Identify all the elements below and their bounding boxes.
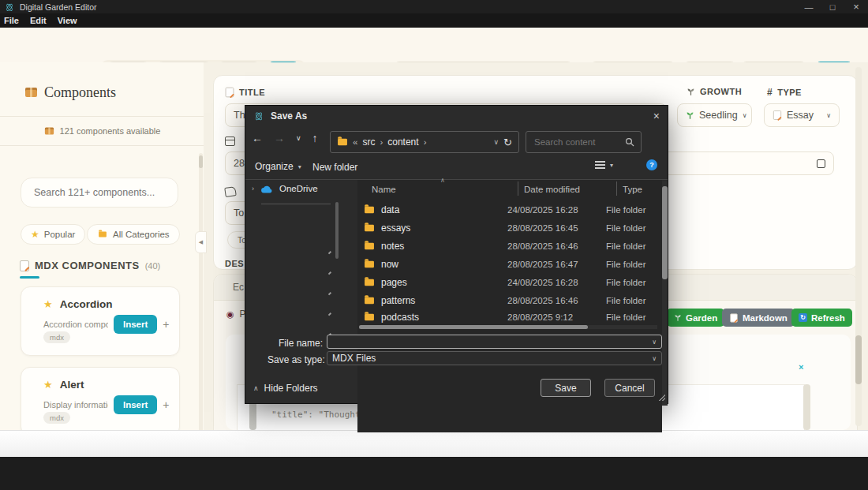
dialog-close-icon[interactable]: ×	[653, 110, 660, 122]
column-type[interactable]: Type	[623, 185, 642, 194]
nav-label: OneDrive	[279, 184, 318, 193]
filter-all-categories[interactable]: All Categories	[87, 224, 180, 245]
insert-button[interactable]: Insert	[114, 315, 157, 334]
growth-select[interactable]: Seedling ∨	[677, 103, 752, 127]
file-row[interactable]: notes 28/08/2025 16:46 File folder	[357, 237, 657, 255]
breadcrumb-src[interactable]: src	[362, 137, 375, 148]
address-bar[interactable]: « src › content › ∨ ↻	[330, 131, 519, 153]
mdx-section-header: MDX COMPONENTS (40)	[20, 260, 160, 271]
close-preview-icon[interactable]: ×	[799, 362, 803, 372]
save-as-type-value: MDX Files	[332, 353, 376, 364]
calendar-picker-icon[interactable]	[817, 159, 825, 168]
column-divider[interactable]	[616, 181, 617, 196]
chevron-down-icon[interactable]: ∨	[652, 355, 657, 362]
status-bar: ESSAY 98 words Seedling ● Unsav Mode: ga…	[0, 430, 868, 458]
code-gutter-scrollbar[interactable]	[249, 402, 256, 430]
file-row[interactable]: podcasts 28/08/2025 9:12 File folder	[357, 309, 657, 325]
new-folder-button[interactable]: New folder	[312, 162, 357, 173]
file-row[interactable]: pages 24/08/2025 16:28 File folder	[357, 273, 657, 291]
add-icon[interactable]: +	[163, 318, 169, 331]
h-scrollbar[interactable]	[359, 325, 657, 329]
editor-header-partial: Ec	[233, 282, 244, 293]
dialog-cancel-button[interactable]: Cancel	[604, 379, 655, 397]
save-as-type-label: Save as type:	[268, 354, 325, 365]
sidebar-collapse-handle[interactable]: ◀	[195, 231, 207, 253]
star-icon: ★	[31, 229, 39, 240]
menu-view[interactable]: View	[58, 16, 77, 25]
save-as-type-select[interactable]: MDX Files ∨	[327, 351, 662, 365]
close-button[interactable]: ×	[844, 1, 868, 13]
markdown-button[interactable]: Markdown	[722, 309, 795, 327]
chevron-down-icon[interactable]: ∨	[652, 339, 657, 346]
tag-partial: To	[234, 208, 244, 219]
breadcrumb-content[interactable]: content	[387, 137, 418, 148]
column-name[interactable]: Name	[372, 185, 396, 194]
insert-button[interactable]: Insert	[114, 395, 157, 414]
menu-edit[interactable]: Edit	[30, 16, 47, 25]
type-select[interactable]: Essay ∨	[764, 103, 840, 127]
forward-icon[interactable]: →	[274, 132, 285, 144]
v-scrollbar[interactable]	[662, 181, 668, 406]
nav-onedrive[interactable]: › OneDrive	[252, 184, 318, 193]
dialog-cancel-label: Cancel	[615, 383, 644, 394]
column-divider[interactable]	[518, 181, 518, 196]
minimize-button[interactable]: —	[797, 2, 821, 12]
file-name: patterns	[381, 295, 507, 306]
component-tag: mdx	[43, 331, 70, 343]
filter-popular-label: Popular	[44, 230, 76, 239]
seedling-icon	[686, 110, 694, 120]
dialog-search-box[interactable]	[526, 131, 642, 153]
window-titlebar: Digital Garden Editor — □ ×	[0, 0, 868, 13]
expand-icon[interactable]: ›	[252, 185, 254, 193]
back-icon[interactable]: ←	[252, 132, 263, 144]
refresh-icon[interactable]: ↻	[503, 137, 512, 148]
organize-menu[interactable]: Organize ▾	[255, 161, 301, 172]
up-icon[interactable]: ↑	[312, 132, 318, 144]
dialog-search-input[interactable]	[533, 137, 623, 148]
help-icon[interactable]: ?	[646, 159, 657, 170]
file-name-combobox[interactable]: ∨	[327, 335, 662, 349]
dialog-save-button[interactable]: Save	[541, 379, 591, 397]
file-row[interactable]: data 24/08/2025 16:28 File folder	[357, 200, 657, 219]
description-label: DES	[225, 259, 244, 268]
search-icon	[625, 137, 634, 147]
hide-folders-button[interactable]: ∧ Hide Folders	[253, 383, 318, 394]
sidebar-title: Components	[44, 84, 116, 101]
file-row[interactable]: essays 28/08/2025 16:45 File folder	[357, 219, 657, 237]
file-name-input[interactable]	[332, 336, 635, 347]
column-date-modified[interactable]: Date modified	[524, 185, 580, 194]
view-options[interactable]: ▾	[595, 161, 613, 170]
file-row[interactable]: patterns 28/08/2025 16:46 File folder	[357, 291, 657, 309]
crumb-collapse[interactable]: «	[353, 137, 357, 147]
file-name: data	[381, 204, 507, 215]
recent-locations-icon[interactable]: ∨	[296, 134, 301, 142]
seedling-icon	[674, 313, 682, 322]
folder-icon	[365, 279, 374, 286]
garden-button[interactable]: Garden	[667, 309, 724, 327]
component-search-input[interactable]	[21, 178, 178, 208]
folder-icon	[365, 314, 374, 321]
nav-pane-scrollbar[interactable]	[335, 202, 339, 259]
add-icon[interactable]: +	[163, 398, 169, 411]
file-type: File folder	[606, 241, 646, 251]
resize-grip[interactable]	[659, 395, 665, 401]
components-count-label: 121 components available	[60, 126, 161, 136]
type-field-label: # TYPE	[767, 87, 802, 98]
window-scrollbar[interactable]	[855, 67, 862, 426]
menu-file[interactable]: File	[4, 16, 19, 25]
refresh-button[interactable]: ↻ Refresh	[791, 309, 852, 327]
component-tag: mdx	[43, 412, 70, 424]
folder-icon	[365, 206, 374, 213]
preview-scrollbar[interactable]	[803, 384, 810, 430]
filter-popular[interactable]: ★ Popular	[21, 224, 85, 245]
folder-icon	[338, 139, 347, 146]
components-count: 121 components available	[0, 117, 204, 145]
address-dropdown-icon[interactable]: ∨	[494, 138, 499, 146]
seedling-icon	[687, 87, 695, 96]
crumb-sep-icon: ›	[424, 137, 427, 147]
component-desc: Display informatio...	[43, 400, 108, 410]
restore-button[interactable]: □	[821, 2, 844, 12]
file-row[interactable]: now 28/08/2025 16:47 File folder	[357, 255, 657, 273]
crumb-sep-icon: ›	[380, 137, 383, 147]
file-date: 28/08/2025 16:45	[507, 223, 606, 233]
